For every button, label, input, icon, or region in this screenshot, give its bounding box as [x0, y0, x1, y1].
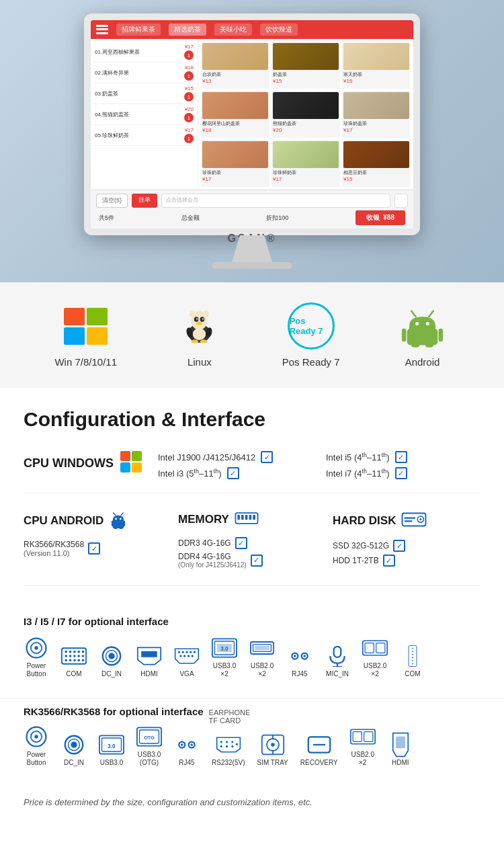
pos-order-item[interactable]: 02.满杯奇异果 ¥18 1	[93, 63, 195, 83]
os-item-posready: Pos Ready 7 Pos Ready 7	[282, 302, 340, 368]
pos-member-bar[interactable]: 点击选择会员	[161, 194, 390, 208]
pos-member-extra[interactable]	[394, 194, 408, 208]
check-box	[235, 537, 247, 549]
svg-point-60	[77, 659, 80, 662]
iface-power-button: PowerButton	[24, 637, 49, 678]
svg-point-85	[303, 655, 306, 657]
pos-product-item[interactable]: 相思豆奶茶¥15	[342, 140, 411, 187]
power-button-icon	[24, 637, 49, 659]
win-quad-2	[87, 308, 108, 325]
svg-point-4	[194, 317, 199, 322]
iface-com-2: COM	[400, 645, 425, 678]
pos-product-item[interactable]: 珍珠奶茶¥17	[201, 140, 269, 187]
iface-label: RJ45	[292, 670, 307, 678]
svg-point-68	[185, 651, 187, 653]
pos-order-item[interactable]: 01.周至西柚鲜果茶 ¥17 1	[93, 42, 195, 63]
iface-label: USB2.0×2	[364, 662, 386, 678]
dcin-icon	[99, 645, 124, 667]
svg-point-6	[196, 318, 198, 319]
rk-usb3: 3.0 USB3.0	[99, 734, 124, 767]
linux-icon	[173, 302, 226, 350]
pos-product-item[interactable]: 奶盖茶¥15	[271, 42, 340, 89]
pos-product-item[interactable]: 台农奶茶¥13	[201, 42, 269, 89]
iface-label: RECOVERY	[300, 759, 338, 767]
cpu-android-label: CPU ANDROID	[24, 514, 103, 528]
vga-icon	[174, 645, 200, 667]
svg-point-72	[183, 655, 185, 657]
pos-monitor: 招牌鲜果茶 精选奶茶 美味小吃 饮饮辣道 01.周至西柚鲜果茶 ¥17 1	[84, 13, 420, 235]
check-box	[227, 467, 239, 479]
svg-rect-86	[334, 647, 341, 657]
pos-order-item[interactable]: 05.珍珠鲜奶茶 ¥17 1	[93, 125, 195, 146]
pos-tab[interactable]: 招牌鲜果茶	[116, 24, 161, 36]
pos-hang-btn[interactable]: 挂单	[132, 194, 157, 208]
rk-recovery: RECOVERY	[300, 734, 338, 767]
android-spec-icon	[109, 510, 128, 532]
pos-product-item[interactable]: 珍珠鲜奶茶¥17	[271, 140, 340, 187]
rk-hdmi-icon	[388, 734, 413, 756]
svg-point-61	[82, 659, 85, 662]
svg-point-98	[412, 663, 413, 665]
pos-pay-btn[interactable]: 收银 ¥88	[355, 210, 405, 225]
pos-product-item[interactable]: 熊猫奶盖茶¥20	[271, 91, 340, 138]
svg-line-24	[121, 513, 123, 516]
i3-icons-row: PowerButton	[24, 637, 480, 678]
pos-tab-snack[interactable]: 美味小吃	[214, 24, 252, 36]
config-section: Configuration & Interface CPU WINDOWS In…	[0, 388, 504, 616]
pos-order-list: 01.周至西柚鲜果茶 ¥17 1 02.满杯奇异果 ¥18 1	[91, 39, 198, 190]
iface-label: USB2.0×2	[351, 751, 374, 767]
svg-point-49	[73, 651, 76, 653]
svg-point-8	[196, 321, 202, 325]
posready-circle: Pos Ready 7	[288, 302, 335, 350]
svg-point-54	[73, 655, 76, 657]
pos-order-item[interactable]: 04.熊猫奶盖茶 ¥20 1	[93, 104, 195, 125]
svg-rect-131	[364, 732, 372, 742]
svg-rect-21	[411, 343, 419, 348]
pos-body: 01.周至西柚鲜果茶 ¥17 1 02.满杯奇异果 ¥18 1	[91, 39, 413, 190]
iface-micin: MIC_IN	[325, 645, 350, 678]
pos-product-item[interactable]: 寒天奶茶¥16	[342, 42, 411, 89]
pos-product-item[interactable]: 珍珠奶盖茶¥17	[342, 91, 411, 138]
svg-rect-42	[405, 520, 413, 522]
svg-point-10	[192, 339, 199, 343]
check-box	[261, 451, 273, 463]
os-item-windows: Win 7/8/10/11	[54, 302, 117, 368]
spec-detail: Intel i5 (4th–11th)	[326, 451, 480, 463]
harddisk-label: HARD DISK	[333, 514, 396, 528]
svg-rect-18	[407, 328, 438, 345]
rk-simtray-icon	[260, 734, 286, 756]
os-section: Win 7/8/10/11	[0, 282, 504, 388]
monitor-wrap: 招牌鲜果茶 精选奶茶 美味小吃 饮饮辣道 01.周至西柚鲜果茶 ¥17 1	[84, 13, 420, 269]
usb2-icon	[249, 637, 275, 659]
rk-dcin-icon	[61, 734, 87, 756]
pos-tab-drink[interactable]: 饮饮辣道	[260, 24, 298, 36]
pos-order-item[interactable]: 03.奶盖茶 ¥15 1	[93, 83, 195, 104]
pos-screen: 招牌鲜果茶 精选奶茶 美味小吃 饮饮辣道 01.周至西柚鲜果茶 ¥17 1	[91, 20, 413, 229]
pos-product-item[interactable]: 樱花阿里山奶盖茶¥18	[201, 91, 269, 138]
svg-point-120	[231, 745, 233, 747]
pos-tab-active[interactable]: 精选奶茶	[169, 24, 206, 36]
hdmi-icon	[136, 645, 162, 667]
svg-point-74	[192, 655, 194, 657]
rk-rs232-icon	[216, 734, 241, 756]
svg-point-48	[69, 651, 72, 653]
svg-point-47	[65, 651, 67, 653]
svg-text:OTG: OTG	[144, 735, 155, 741]
iface-label: COM	[405, 670, 420, 678]
iface-label: HDMI	[392, 759, 409, 767]
iface-com-1: COM	[61, 645, 87, 678]
cpu-android-header: CPU ANDROID	[24, 510, 171, 532]
svg-point-94	[412, 651, 413, 652]
svg-text:3.0: 3.0	[220, 646, 228, 652]
svg-point-63	[108, 653, 114, 659]
iface-label: PowerButton	[27, 662, 46, 678]
simtray-label: SIM TRAY	[257, 759, 288, 767]
iface-usb2-x2-a: USB2.0×2	[249, 637, 275, 678]
pos-clear-btn[interactable]: 清空(5)	[96, 194, 128, 208]
harddisk-icon	[401, 510, 427, 532]
svg-point-101	[34, 735, 38, 738]
svg-rect-81	[255, 645, 269, 650]
rj45-icon	[287, 645, 312, 667]
harddisk-spec-hdd: HDD 1T-2TB	[333, 555, 480, 567]
rk-interface-title: RK3566/RK3568 for optional interface	[24, 706, 204, 717]
